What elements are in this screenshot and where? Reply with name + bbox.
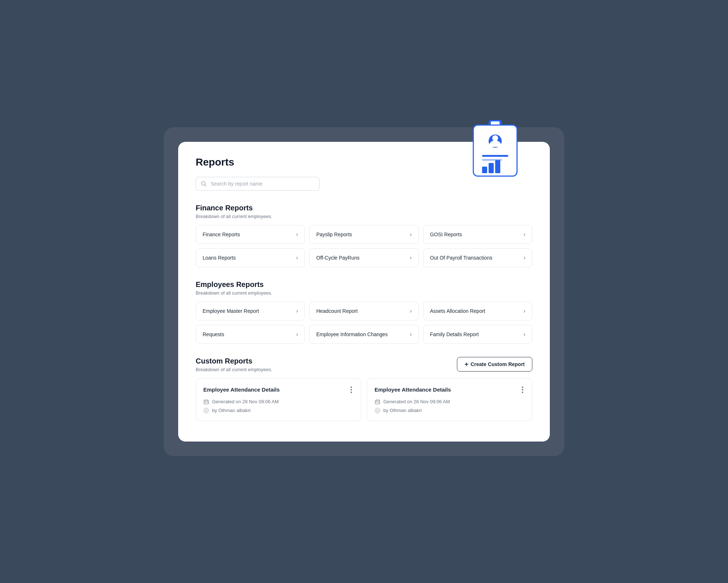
report-card-employee-master[interactable]: Employee Master Report › [196, 302, 305, 320]
chevron-right-icon: › [524, 331, 525, 338]
report-card-payslip-reports[interactable]: Payslip Reports › [309, 225, 419, 244]
custom-card-1-generated-text: Generated on 28 Nov 09:06 AM [212, 399, 279, 404]
user-avatar-icon [375, 408, 380, 413]
svg-point-4 [492, 135, 498, 141]
svg-rect-5 [482, 155, 508, 157]
custom-section-subtitle: Breakdown of all current employees. [196, 367, 272, 372]
dot [351, 389, 352, 390]
report-card-out-of-payroll[interactable]: Out Of Payroll Transactions › [423, 248, 532, 267]
report-card-employee-info-changes[interactable]: Employee Information Changes › [309, 325, 419, 344]
report-card-label: Off-Cycle PayRuns [316, 255, 360, 261]
calendar-icon [375, 399, 380, 405]
svg-rect-17 [377, 401, 378, 402]
custom-card-1-author-text: by Othman albakri [212, 408, 251, 413]
report-card-assets-allocation[interactable]: Assets Allocation Report › [423, 302, 532, 320]
custom-card-1-menu-button[interactable] [349, 386, 353, 394]
svg-rect-9 [495, 160, 500, 173]
report-card-finance-reports[interactable]: Finance Reports › [196, 225, 305, 244]
employees-reports-grid: Employee Master Report › Headcount Repor… [196, 302, 532, 344]
custom-card-2-meta: Generated on 28 Nov 09:06 AM by Othman a… [375, 399, 525, 413]
report-card-headcount[interactable]: Headcount Report › [309, 302, 419, 320]
dot [522, 392, 523, 393]
custom-card-2-title: Employee Attendance Details [375, 386, 451, 393]
custom-card-1-header: Employee Attendance Details [203, 386, 353, 394]
custom-card-2-generated-text: Generated on 28 Nov 09:06 AM [383, 399, 450, 404]
custom-card-2-author-text: by Othman albakri [383, 408, 422, 413]
svg-rect-7 [482, 167, 487, 173]
chevron-right-icon: › [410, 331, 412, 338]
svg-rect-12 [205, 401, 206, 402]
report-card-label: Loans Reports [203, 255, 236, 261]
outer-wrapper: Reports Finance Reports Breakdown of all… [164, 127, 564, 456]
finance-section-subtitle: Breakdown of all current employees. [196, 214, 532, 219]
custom-card-1-title: Employee Attendance Details [203, 386, 280, 393]
dot [351, 386, 352, 388]
report-card-label: Family Details Report [430, 331, 479, 337]
custom-card-2-header: Employee Attendance Details [375, 386, 525, 394]
chevron-right-icon: › [296, 231, 298, 238]
employees-section-title: Employees Reports [196, 280, 532, 289]
chevron-right-icon: › [296, 331, 298, 338]
svg-rect-8 [489, 163, 494, 173]
custom-reports-section: Custom Reports Breakdown of all current … [196, 357, 532, 421]
chevron-right-icon: › [296, 308, 298, 314]
plus-icon: + [465, 361, 469, 368]
custom-card-2-author-row: by Othman albakri [375, 408, 525, 413]
calendar-icon [203, 399, 209, 405]
chevron-right-icon: › [524, 254, 525, 261]
search-wrapper [196, 177, 320, 191]
report-card-gosi-reports[interactable]: GOSI Reports › [423, 225, 532, 244]
svg-rect-14 [207, 401, 208, 402]
dot [522, 389, 523, 390]
custom-card-1: Employee Attendance Details [196, 378, 361, 421]
report-card-label: GOSI Reports [430, 232, 462, 237]
finance-reports-section: Finance Reports Breakdown of all current… [196, 204, 532, 267]
custom-card-1-meta: Generated on 28 Nov 09:06 AM by Othman a… [203, 399, 353, 413]
finance-reports-grid: Finance Reports › Payslip Reports › GOSI… [196, 225, 532, 267]
chevron-right-icon: › [524, 308, 525, 314]
custom-section-title: Custom Reports [196, 357, 272, 365]
dot [351, 392, 352, 393]
svg-rect-13 [206, 401, 207, 402]
chevron-right-icon: › [410, 308, 412, 314]
custom-card-1-generated-row: Generated on 28 Nov 09:06 AM [203, 399, 353, 405]
svg-rect-16 [376, 401, 377, 402]
dot [522, 386, 523, 388]
custom-card-2-menu-button[interactable] [520, 386, 525, 394]
finance-section-title: Finance Reports [196, 204, 532, 212]
report-card-label: Employee Information Changes [316, 331, 388, 337]
employees-reports-section: Employees Reports Breakdown of all curre… [196, 280, 532, 344]
report-card-label: Employee Master Report [203, 308, 259, 314]
report-card-label: Headcount Report [316, 308, 358, 314]
create-custom-report-button[interactable]: + Create Custom Report [457, 357, 532, 372]
report-card-label: Assets Allocation Report [430, 308, 485, 314]
report-card-label: Payslip Reports [316, 232, 352, 237]
report-card-family-details[interactable]: Family Details Report › [423, 325, 532, 344]
create-custom-report-label: Create Custom Report [470, 361, 525, 367]
report-card-loans-reports[interactable]: Loans Reports › [196, 248, 305, 267]
chevron-right-icon: › [296, 254, 298, 261]
chevron-right-icon: › [524, 231, 525, 238]
search-input[interactable] [196, 177, 320, 191]
custom-reports-header-left: Custom Reports Breakdown of all current … [196, 357, 272, 372]
search-icon [201, 181, 207, 187]
employees-section-subtitle: Breakdown of all current employees. [196, 290, 532, 296]
report-card-requests[interactable]: Requests › [196, 325, 305, 344]
user-avatar-icon [203, 408, 209, 413]
chevron-right-icon: › [410, 231, 412, 238]
chevron-right-icon: › [410, 254, 412, 261]
custom-reports-header: Custom Reports Breakdown of all current … [196, 357, 532, 372]
report-card-label: Requests [203, 331, 224, 337]
custom-card-2-generated-row: Generated on 28 Nov 09:06 AM [375, 399, 525, 405]
custom-card-2: Employee Attendance Details [367, 378, 532, 421]
report-card-off-cycle-payruns[interactable]: Off-Cycle PayRuns › [309, 248, 419, 267]
svg-rect-18 [378, 401, 379, 402]
main-card: Reports Finance Reports Breakdown of all… [178, 142, 550, 442]
report-card-label: Finance Reports [203, 232, 240, 237]
custom-cards-grid: Employee Attendance Details [196, 378, 532, 421]
custom-card-1-author-row: by Othman albakri [203, 408, 353, 413]
report-card-label: Out Of Payroll Transactions [430, 255, 492, 261]
clipboard-illustration [470, 120, 521, 178]
